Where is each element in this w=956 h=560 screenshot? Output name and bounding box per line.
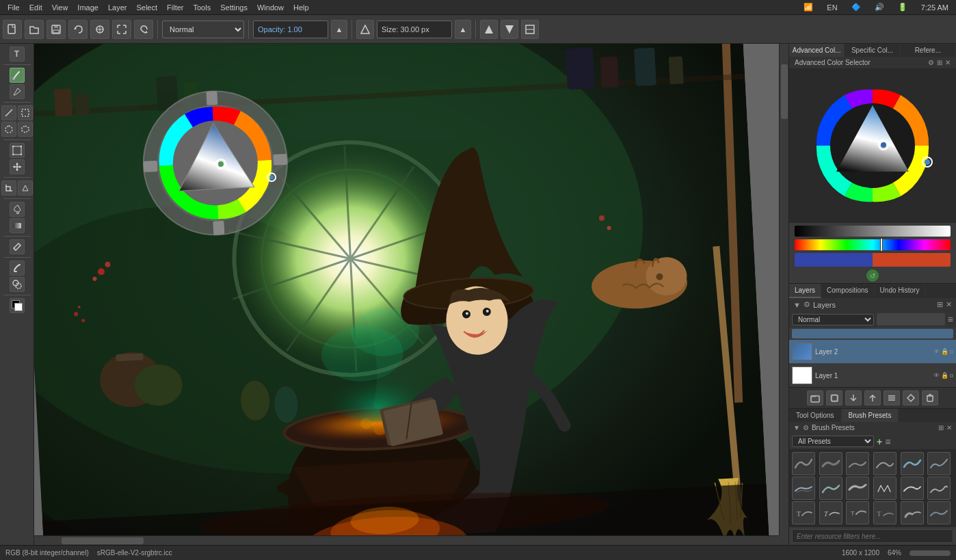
panel-color-wheel[interactable] [798,71,947,220]
canvas-inner[interactable] [34,44,779,535]
layers-duplicate-button[interactable] [826,390,842,405]
layers-merge-button[interactable] [903,390,919,405]
save-document-button[interactable] [47,20,66,39]
layers-tab-layers[interactable]: Layers [789,284,821,298]
clone-tool[interactable] [10,277,25,292]
brush-tab-brush-presets[interactable]: Brush Presets [842,409,899,422]
menu-tools[interactable]: Tools [189,2,216,13]
menu-layer[interactable]: Layer [103,2,132,13]
brush-settings-button[interactable] [90,20,109,39]
color-tab-specific[interactable]: Specific Col... [845,44,900,57]
color-value-bar[interactable] [795,226,951,237]
layer-1-visibility-icon[interactable]: 👁 [933,372,940,379]
menu-filter[interactable]: Filter [162,2,188,13]
layers-move-down-button[interactable] [845,390,862,405]
brush-preset-10[interactable] [873,477,897,500]
brush-preset-8[interactable] [819,477,842,500]
layers-settings-icon[interactable]: ⚙ [804,300,810,309]
brush-settings-icon[interactable]: ⚙ [803,424,809,431]
opacity-field[interactable]: Opacity: 1.00 [253,21,328,38]
layer-1-alpha-icon[interactable]: α [950,372,953,379]
brush-preset-14[interactable]: T [819,501,842,524]
brush-menu-icon[interactable]: ≡ [885,436,890,447]
layers-settings-right-icon[interactable]: ≡ [948,314,953,325]
menu-view[interactable]: View [47,2,73,13]
menu-image[interactable]: Image [72,2,103,13]
brush-preset-18[interactable] [927,501,951,524]
fill-tool[interactable] [10,202,25,217]
scrollbar-v-thumb[interactable] [781,64,788,119]
brush-expand-icon[interactable]: ⊞ [938,424,944,431]
brush-filter-select[interactable]: All Presets Basic Digital Painting [792,436,874,447]
layers-add-group-button[interactable] [807,390,823,405]
size-field[interactable]: Size: 30.00 px [377,21,452,38]
zoom-slider[interactable] [909,550,951,556]
canvas-color-wheel[interactable] [136,83,294,241]
text-tool[interactable]: T [10,46,25,62]
opacity-stepper[interactable]: ▲ [331,20,347,39]
brush-preset-7[interactable] [792,477,815,500]
brush-option-4[interactable] [521,20,539,39]
brush-preset-16[interactable]: T [873,501,897,524]
brush-preset-4[interactable] [873,452,897,475]
brush-preset-11[interactable] [901,477,924,500]
layer-item-1[interactable]: Layer 1 👁 🔒 α [789,364,956,387]
brush-option-2[interactable] [480,20,498,39]
menu-edit[interactable]: Edit [25,2,47,13]
layers-flatten-button[interactable] [884,390,900,405]
brush-preset-3[interactable] [846,452,869,475]
brush-preset-6[interactable] [927,452,951,475]
menu-file[interactable]: File [3,2,25,13]
new-document-button[interactable] [3,20,22,39]
layers-blend-mode-select[interactable]: Normal Multiply Screen [792,314,874,325]
color-tab-reference[interactable]: Refere... [901,44,956,57]
scrollbar-h-thumb[interactable] [62,537,144,544]
layers-move-up-button[interactable] [864,390,881,405]
menu-help[interactable]: Help [289,2,314,13]
brush-preset-1[interactable] [792,452,815,475]
color-hue-bar[interactable] [795,239,951,250]
layers-tab-compositions[interactable]: Compositions [821,284,875,298]
polygon-select-tool[interactable] [18,122,33,137]
refresh-button[interactable] [134,20,153,39]
freehand-select-tool[interactable] [1,122,16,137]
rectangle-select-tool[interactable] [18,105,33,120]
menu-settings[interactable]: Settings [215,2,252,13]
layer-1-lock-icon[interactable]: 🔒 [941,372,948,379]
hue-bar-indicator[interactable] [880,238,883,252]
brush-option-1[interactable] [356,20,374,39]
layers-collapse-icon[interactable]: ▼ [793,301,801,309]
open-document-button[interactable] [25,20,44,39]
crop-tool[interactable] [1,181,16,196]
size-stepper[interactable]: ▲ [455,20,471,39]
layer-item-2[interactable]: Layer 2 👁 🔒 α [789,340,956,364]
brush-option-3[interactable] [501,20,518,39]
color-tab-advanced[interactable]: Advanced Col... [789,44,845,57]
brush-preset-13[interactable]: T [792,501,815,524]
menu-select[interactable]: Select [131,2,162,13]
blend-mode-select[interactable]: Normal Multiply Screen Overlay Dissolve [162,21,244,38]
gradient-tool[interactable] [10,218,25,233]
brush-preset-9[interactable] [846,477,869,500]
menu-window[interactable]: Window [252,2,289,13]
brush-preset-15[interactable]: T [846,501,869,524]
brush-preset-12[interactable] [927,477,951,500]
layers-filter-active[interactable] [792,329,953,338]
brush-close-icon[interactable]: ✕ [946,424,952,431]
undo-button[interactable] [68,20,88,39]
brush-preset-5[interactable] [901,452,924,475]
layers-tab-history[interactable]: Undo History [875,284,926,298]
layers-close-icon[interactable]: ✕ [946,300,952,309]
canvas-horizontal-scrollbar[interactable] [34,535,779,545]
brush-tab-tool-options[interactable]: Tool Options [789,409,842,422]
layers-opacity-display[interactable] [877,313,945,325]
line-tool[interactable] [1,105,16,120]
brush-search-input[interactable] [792,529,953,543]
layers-delete-button[interactable] [922,390,938,405]
perspective-tool[interactable] [18,181,33,196]
color-panel-settings-icon[interactable]: ⚙ [928,59,934,66]
color-refresh-button[interactable]: ↺ [866,269,879,282]
brush-preset-17[interactable] [901,501,924,524]
canvas-vertical-scrollbar[interactable] [779,44,788,535]
color-panel-close-icon[interactable]: ✕ [945,59,951,66]
